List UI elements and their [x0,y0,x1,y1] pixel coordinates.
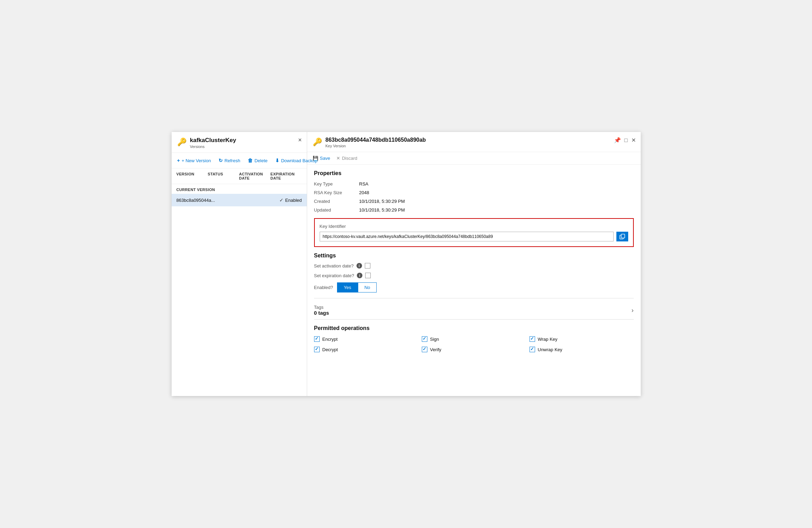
permitted-ops-grid: Encrypt Sign Wrap Key Decrypt Verify [314,336,634,352]
prop-updated: Updated 10/1/2018, 5:30:29 PM [314,207,634,213]
svg-rect-1 [621,234,625,238]
key-identifier-label: Key Identifier [320,224,628,229]
discard-icon: ✕ [336,156,340,161]
unwrap-key-label: Unwrap Key [538,347,563,352]
key-version-row[interactable]: 863bc8a095044a... ✓ Enabled [172,194,307,206]
key-version-status: ✓ Enabled [279,197,302,203]
encrypt-label: Encrypt [322,337,338,342]
left-panel-header: 🔑 kafkaClusterKey Versions × [172,132,307,153]
trash-icon: 🗑 [248,158,253,163]
current-version-label: CURRENT VERSION [172,184,307,193]
key-version-id: 863bc8a095044a... [177,198,279,203]
expiration-date-row: Set expiration date? i [314,273,634,278]
col-expiration: EXPIRATION DATE [270,172,302,180]
discard-button[interactable]: ✕ Discard [336,156,357,161]
enabled-row: Enabled? Yes No [314,282,634,292]
decrypt-label: Decrypt [322,347,338,352]
prop-key-type: Key Type RSA [314,181,634,187]
divider-1 [314,298,634,298]
refresh-button[interactable]: ↻ Refresh [218,156,241,165]
save-button[interactable]: 💾 Save [313,156,330,161]
op-encrypt: Encrypt [314,336,418,342]
prop-created: Created 10/1/2018, 5:30:29 PM [314,199,634,204]
decrypt-checkbox[interactable] [314,347,320,352]
op-wrap-key: Wrap Key [530,336,634,342]
sign-label: Sign [430,337,439,342]
right-header-actions: 📌 □ ✕ [614,137,636,143]
new-version-button[interactable]: + + New Version [177,156,212,165]
wrap-key-checkbox[interactable] [530,336,535,342]
verify-label: Verify [430,347,442,352]
col-activation: ACTIVATION DATE [239,172,270,180]
wrap-key-label: Wrap Key [538,337,558,342]
activation-date-checkbox[interactable] [365,263,370,269]
delete-button[interactable]: 🗑 Delete [247,156,268,165]
key-identifier-input-row [320,232,628,241]
op-sign: Sign [422,336,526,342]
enabled-toggle-group: Yes No [337,282,377,292]
activation-info-icon: i [356,263,362,269]
right-panel-subtitle: Key Version [326,144,346,148]
tags-count: 0 tags [314,310,329,316]
left-toolbar: + + New Version ↻ Refresh 🗑 Delete ⬇ Dow… [172,153,307,168]
col-version: VERSION [177,172,208,180]
maximize-button[interactable]: □ [624,137,628,143]
pin-button[interactable]: 📌 [614,137,621,143]
encrypt-checkbox[interactable] [314,336,320,342]
right-panel: 🔑 863bc8a095044a748bdb110650a890ab Key V… [307,132,641,396]
content-area: Properties Key Type RSA RSA Key Size 204… [307,165,641,396]
verify-checkbox[interactable] [422,347,427,352]
right-panel-close-button[interactable]: ✕ [631,137,636,143]
chevron-right-icon: › [632,307,634,314]
expiration-date-checkbox[interactable] [365,273,371,278]
yes-button[interactable]: Yes [337,282,358,292]
right-panel-title: 863bc8a095044a748bdb110650a890ab [326,137,426,143]
no-button[interactable]: No [358,282,377,292]
key-identifier-section: Key Identifier [314,218,634,247]
unwrap-key-checkbox[interactable] [530,347,535,352]
left-panel: 🔑 kafkaClusterKey Versions × + + New Ver… [172,132,307,396]
right-toolbar: 💾 Save ✕ Discard [307,152,641,165]
op-verify: Verify [422,347,526,352]
expiration-info-icon: i [357,273,362,278]
tags-row[interactable]: Tags 0 tags › [314,301,634,320]
copy-icon [620,234,625,239]
op-decrypt: Decrypt [314,347,418,352]
col-status: STATUS [208,172,239,180]
table-header: VERSION STATUS ACTIVATION DATE EXPIRATIO… [172,168,307,184]
settings-title: Settings [314,253,634,259]
left-panel-subtitle: Versions [190,145,205,149]
op-unwrap-key: Unwrap Key [530,347,634,352]
checkmark-icon: ✓ [279,197,284,203]
save-icon: 💾 [313,156,318,161]
key-identifier-input[interactable] [320,232,614,241]
refresh-icon: ↻ [219,158,223,163]
tags-label: Tags [314,305,329,310]
left-panel-close-button[interactable]: × [298,137,302,143]
download-icon: ⬇ [275,158,279,163]
sign-checkbox[interactable] [422,336,427,342]
properties-title: Properties [314,170,634,176]
activation-date-row: Set activation date? i [314,263,634,269]
prop-rsa-key-size: RSA Key Size 2048 [314,190,634,195]
key-icon-left: 🔑 [177,138,187,147]
key-icon-right: 🔑 [313,138,322,147]
permitted-ops-title: Permitted operations [314,325,634,331]
right-panel-header: 🔑 863bc8a095044a748bdb110650a890ab Key V… [307,132,641,152]
plus-icon: + [177,158,180,163]
copy-button[interactable] [616,232,628,241]
left-panel-title: kafkaClusterKey [190,137,236,144]
